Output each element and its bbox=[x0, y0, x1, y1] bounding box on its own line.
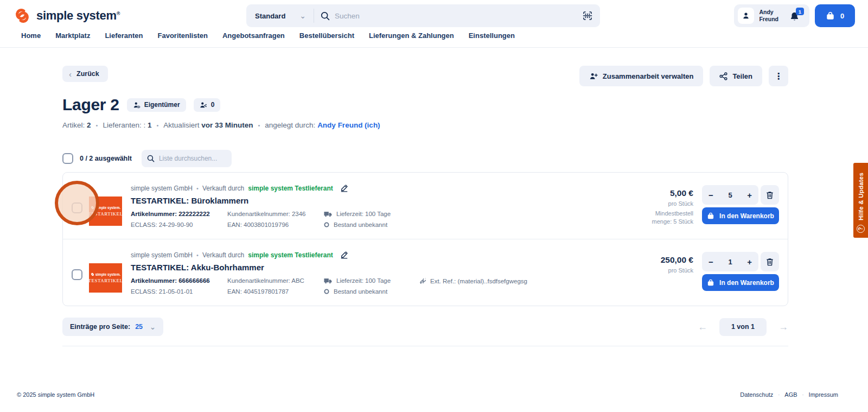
content: ‹ Zurück Zusammenarbeit verwalten Teilen… bbox=[62, 66, 788, 346]
edit-icon[interactable] bbox=[340, 184, 348, 192]
creator-link[interactable]: Andy Freund (ich) bbox=[317, 121, 380, 129]
footer-link-impressum[interactable]: Impressum bbox=[809, 391, 838, 398]
selected-count-label: 0 / 2 ausgewählt bbox=[80, 155, 132, 162]
list-search-input[interactable] bbox=[159, 155, 226, 162]
page-footer: © 2025 simple system GmbH Datenschutz · … bbox=[0, 391, 868, 398]
user-menu[interactable]: Andy Freund 1 bbox=[734, 4, 809, 27]
product-title[interactable]: TESTARTIKEL: Büroklammern bbox=[131, 196, 624, 205]
increase-quantity-button[interactable]: + bbox=[747, 191, 752, 200]
share-icon bbox=[719, 72, 727, 80]
supplier-link[interactable]: simple system Testlieferant bbox=[248, 251, 333, 259]
owner-badge[interactable]: Eigentümer bbox=[127, 98, 186, 112]
delete-item-button[interactable] bbox=[761, 252, 779, 271]
decrease-quantity-button[interactable]: − bbox=[709, 257, 713, 267]
decrease-quantity-button[interactable]: − bbox=[709, 191, 713, 200]
product-row-akku-bohrhammer: simple system. TESTARTIKEL simple system… bbox=[63, 239, 788, 306]
ean: EAN: 4003801019796 bbox=[227, 221, 324, 228]
nav-item-marktplatz[interactable]: Marktplatz bbox=[55, 31, 90, 40]
nav-item-angebotsanfragen[interactable]: Angebotsanfragen bbox=[222, 31, 285, 40]
price-unit: pro Stück bbox=[628, 267, 693, 275]
owner-badge-label: Eigentümer bbox=[144, 101, 180, 109]
supplier-line: simple system GmbH • Verkauft durch simp… bbox=[131, 251, 624, 259]
eclass: ECLASS: 21-05-01-01 bbox=[131, 288, 227, 295]
footer-link-datenschutz[interactable]: Datenschutz bbox=[740, 391, 773, 398]
nav-item-favoritenlisten[interactable]: Favoritenlisten bbox=[158, 31, 208, 40]
per-page-value: 25 bbox=[135, 323, 143, 331]
cart-bag-icon bbox=[826, 11, 835, 21]
share-button[interactable]: Teilen bbox=[710, 66, 762, 86]
logo[interactable]: simple system® bbox=[13, 7, 246, 25]
notification-badge: 1 bbox=[796, 8, 804, 15]
list-toolbar: 0 / 2 ausgewählt bbox=[62, 150, 788, 167]
search-icon bbox=[147, 155, 155, 162]
external-reference: Ext. Ref.: (material)..fsdfsefgwegsg bbox=[419, 277, 527, 284]
bottom-rule bbox=[62, 346, 788, 346]
nav-item-bestelluebersicht[interactable]: Bestellübersicht bbox=[299, 31, 354, 40]
add-to-cart-button[interactable]: In den Warenkorb bbox=[702, 207, 779, 224]
product-checkbox[interactable] bbox=[72, 202, 82, 213]
barcode-scan-icon[interactable] bbox=[575, 11, 600, 21]
supplier-link[interactable]: simple system Testlieferant bbox=[248, 185, 333, 192]
stock-status: Bestand unbekannt bbox=[324, 288, 419, 295]
previous-page-button[interactable]: ← bbox=[698, 321, 707, 333]
chevron-down-icon: ⌄ bbox=[150, 323, 156, 331]
quantity-stepper: − 1 + bbox=[702, 252, 758, 271]
person-owner-icon bbox=[133, 102, 141, 109]
nav-item-lieferanten[interactable]: Lieferanten bbox=[105, 31, 143, 40]
price: 250,00 € bbox=[628, 255, 693, 265]
page-actions: Zusammenarbeit verwalten Teilen ⋮ bbox=[579, 66, 788, 86]
per-page-dropdown[interactable]: Einträge pro Seite: 25 ⌄ bbox=[62, 318, 163, 336]
edit-icon[interactable] bbox=[340, 251, 348, 259]
footer-links: Datenschutz · AGB · Impressum bbox=[740, 391, 838, 398]
product-info: simple system GmbH • Verkauft durch simp… bbox=[131, 184, 624, 228]
add-to-cart-label: In den Warenkorb bbox=[719, 212, 774, 220]
quantity-value[interactable]: 5 bbox=[728, 191, 732, 199]
list-meta: Artikel: 2 • Lieferanten: : 1 • Aktualis… bbox=[62, 121, 788, 129]
search-scope-dropdown[interactable]: Standard ⌄ bbox=[246, 11, 314, 20]
back-button[interactable]: ‹ Zurück bbox=[62, 66, 108, 82]
search-field-wrap bbox=[314, 11, 575, 21]
nav-item-einstellungen[interactable]: Einstellungen bbox=[469, 31, 515, 40]
notifications-button[interactable]: 1 bbox=[784, 9, 806, 22]
manage-collaboration-button[interactable]: Zusammenarbeit verwalten bbox=[579, 66, 704, 86]
help-updates-label: Hilfe & Updates bbox=[858, 173, 864, 220]
eclass: ECLASS: 24-29-90-90 bbox=[131, 221, 227, 228]
manage-collaboration-label: Zusammenarbeit verwalten bbox=[603, 72, 694, 80]
help-updates-tab[interactable]: Hilfe & Updates ? bbox=[853, 163, 868, 238]
next-page-button[interactable]: → bbox=[778, 321, 788, 333]
logo-registered-mark: ® bbox=[117, 11, 120, 16]
cart-button[interactable]: 0 bbox=[815, 4, 855, 27]
cart-count: 0 bbox=[840, 12, 844, 20]
product-title[interactable]: TESTARTIKEL: Akku-Bohrhammer bbox=[131, 263, 624, 272]
delete-item-button[interactable] bbox=[761, 185, 779, 205]
more-options-button[interactable]: ⋮ bbox=[769, 66, 788, 86]
meta-separator: • bbox=[258, 122, 260, 129]
row-controls: − 5 + In den Warenkorb bbox=[702, 185, 779, 224]
price-unit: pro Stück bbox=[628, 200, 693, 208]
product-checkbox[interactable] bbox=[72, 269, 82, 280]
increase-quantity-button[interactable]: + bbox=[747, 257, 752, 267]
meta-separator: • bbox=[157, 122, 159, 129]
chevron-down-icon: ⌄ bbox=[299, 11, 306, 20]
add-to-cart-label: In den Warenkorb bbox=[719, 279, 774, 287]
header-right: Andy Freund 1 0 bbox=[734, 4, 855, 27]
shared-count-badge[interactable]: 0 bbox=[194, 98, 221, 112]
sold-by-label: Verkauft durch bbox=[202, 251, 244, 259]
list-search bbox=[142, 150, 232, 167]
product-details: Artikelnummer: 666666666 ECLASS: 21-05-0… bbox=[131, 277, 624, 295]
footer-link-agb[interactable]: AGB bbox=[784, 391, 797, 398]
top-header: simple system® Standard ⌄ bbox=[0, 0, 868, 31]
select-all-checkbox[interactable] bbox=[62, 153, 73, 164]
add-to-cart-button[interactable]: In den Warenkorb bbox=[702, 274, 779, 291]
product-image[interactable]: simple system. TESTARTIKEL bbox=[89, 197, 122, 226]
avatar bbox=[738, 8, 754, 24]
quantity-value[interactable]: 1 bbox=[728, 258, 732, 266]
search-input[interactable] bbox=[335, 12, 569, 20]
row-controls: − 1 + In den Warenkorb bbox=[702, 252, 779, 291]
product-image[interactable]: simple system. TESTARTIKEL bbox=[89, 263, 122, 293]
search-scope-value: Standard bbox=[255, 12, 285, 20]
main-nav: Home Marktplatz Lieferanten Favoritenlis… bbox=[0, 31, 868, 48]
nav-item-lieferungen-zahlungen[interactable]: Lieferungen & Zahlungen bbox=[369, 31, 454, 40]
product-row-bueroklammern: simple system. TESTARTIKEL simple system… bbox=[63, 173, 788, 239]
nav-item-home[interactable]: Home bbox=[21, 31, 41, 40]
